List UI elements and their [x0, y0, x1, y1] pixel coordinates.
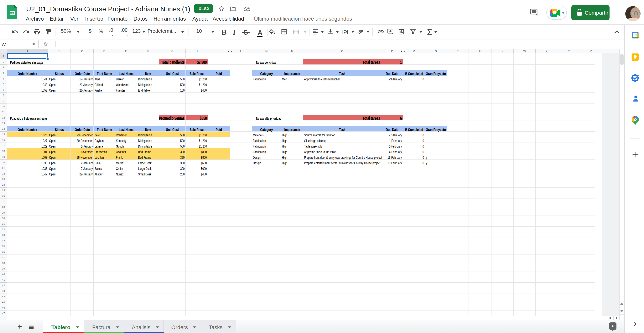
svg-text:31: 31 — [634, 33, 637, 37]
